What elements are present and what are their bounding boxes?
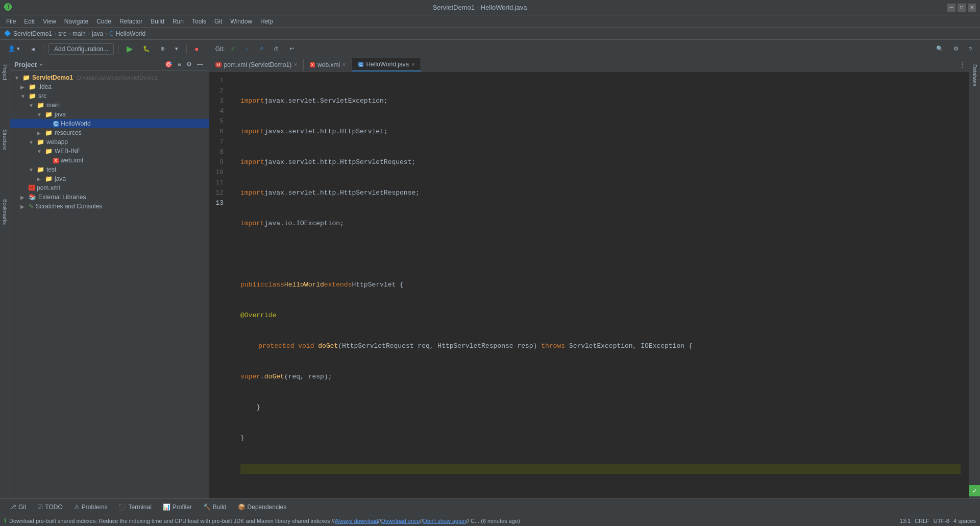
git-push-btn[interactable]: ↗ [255,42,267,56]
tree-main[interactable]: ▼ 📁 main [10,101,209,110]
menu-refactor[interactable]: Refactor [115,17,146,26]
toolbar-back-btn[interactable]: ◄ [26,42,40,56]
code-line-1: import javax.servlet.ServletException; [240,96,961,106]
ln-3: 3 [209,96,228,106]
code-line-7: public class HelloWorld extends HttpServ… [240,280,961,290]
tree-webxml[interactable]: ▶ X web.xml [10,156,209,165]
settings-btn[interactable]: ⚙ [949,42,963,56]
tree-pomxml[interactable]: ▶ 🅼 pom.xml [10,183,209,193]
title-bar: 🅙 ServletDemo1 - HelloWorld.java ─ □ ✕ [0,0,980,15]
tab-helloworld-label: HelloWorld.java [366,61,409,68]
title-bar-left: 🅙 [4,3,12,12]
tree-root[interactable]: ▼ 📁 ServletDemo1 D:\code\Java\bite\Servl… [10,73,209,82]
tree-webapp[interactable]: ▼ 📁 webapp [10,137,209,147]
run-coverage-btn[interactable]: ⊕ [156,42,169,56]
toolbar-sep-3 [186,44,187,54]
menu-tools[interactable]: Tools [188,17,210,26]
sidebar-collapse-btn[interactable]: ≡ [176,60,183,68]
run-button[interactable]: ▶ [122,42,137,56]
tab-pomxml[interactable]: M pom.xml (ServletDemo1) × [209,59,304,71]
menu-edit[interactable]: Edit [20,17,39,26]
search-everywhere-btn[interactable]: 🔍 [932,42,947,56]
structure-panel-toggle[interactable]: Structure [1,125,9,154]
bottom-tab-dependencies[interactable]: 📦 Dependencies [233,501,292,513]
bottom-tab-git[interactable]: ⎇ Git [4,501,31,513]
menu-build[interactable]: Build [146,17,168,26]
code-editor[interactable]: import javax.servlet.ServletException; i… [232,71,969,498]
notif-sep-3: // C... (6 minutes ago) [466,518,520,524]
tab-helloworld[interactable]: C HelloWorld.java × [352,58,421,71]
sidebar-locate-btn[interactable]: 🎯 [163,60,174,68]
git-rollback-btn[interactable]: ↩ [285,42,298,56]
git-history-btn[interactable]: ⏱ [270,42,283,56]
tree-scratches[interactable]: ▶ ✎ Scratches and Consoles [10,202,209,211]
menu-run[interactable]: Run [168,17,188,26]
breadcrumb-src[interactable]: src [58,30,66,37]
todo-tab-label: TODO [45,504,62,511]
terminal-tab-icon: ⬛ [118,504,126,511]
minimize-button[interactable]: ─ [947,4,955,12]
resources-folder-icon: 📁 [45,129,53,136]
project-panel-toggle[interactable]: Project [1,60,9,84]
git-update-btn[interactable]: ↑ [241,42,253,56]
check-mark: ✓ [969,485,981,496]
tree-helloworld[interactable]: ▶ C HelloWorld [10,119,209,128]
download-once-link[interactable]: Download once [381,518,420,524]
menu-file[interactable]: File [2,17,20,26]
tab-menu-button[interactable]: ⋮ [956,59,969,70]
close-button[interactable]: ✕ [968,4,976,12]
dont-show-link[interactable]: Don't show again [423,518,466,524]
bookmarks-panel-toggle[interactable]: Bookmarks [1,195,9,229]
menu-help[interactable]: Help [256,17,277,26]
breadcrumb-main[interactable]: main [72,30,86,37]
breadcrumb-project[interactable]: ServletDemo1 [13,30,52,37]
menu-navigate[interactable]: Navigate [60,17,92,26]
tab-webxml[interactable]: X web.xml × [304,59,352,71]
tab-helloworld-icon: C [358,62,364,67]
tab-pomxml-close[interactable]: × [294,62,297,67]
scratches-icon: ✎ [29,203,34,210]
sidebar-settings-btn[interactable]: ⚙ [185,60,193,68]
help-btn[interactable]: ? [965,42,976,56]
notification-icon: ℹ [4,517,6,524]
tree-idea[interactable]: ▶ 📁 .idea [10,82,209,91]
git-section: Git: ✓ ↑ ↗ ⏱ ↩ [215,42,298,56]
encoding: UTF-8 [934,518,949,524]
always-download-link[interactable]: Always download [335,518,378,524]
bottom-tab-terminal[interactable]: ⬛ Terminal [113,501,156,513]
tree-test[interactable]: ▼ 📁 test [10,165,209,174]
breadcrumb-java[interactable]: java [92,30,103,37]
menu-window[interactable]: Window [226,17,256,26]
tree-ext-libs[interactable]: ▶ 📚 External Libraries [10,193,209,202]
git-check-btn[interactable]: ✓ [227,42,239,56]
tree-src[interactable]: ▼ 📁 src [10,91,209,101]
menu-view[interactable]: View [39,17,60,26]
sidebar-dropdown-icon: ▾ [40,62,42,67]
tree-webinf[interactable]: ▼ 📁 WEB-INF [10,147,209,156]
bottom-tab-build[interactable]: 🔨 Build [198,501,232,513]
menu-code[interactable]: Code [92,17,115,26]
test-folder-icon: 📁 [37,166,44,173]
sidebar-tree: ▼ 📁 ServletDemo1 D:\code\Java\bite\Servl… [10,71,209,498]
tab-pomxml-icon: M [215,62,222,67]
debug-button[interactable]: 🐛 [139,42,154,56]
menu-git[interactable]: Git [210,17,226,26]
tab-webxml-close[interactable]: × [342,62,346,67]
tree-java-test[interactable]: ▶ 📁 java [10,174,209,183]
bottom-tab-problems[interactable]: ⚠ Problems [69,501,113,513]
sidebar-close-btn[interactable]: — [195,60,205,68]
tree-java-main[interactable]: ▼ 📁 java [10,110,209,119]
bottom-tab-todo[interactable]: ☑ TODO [32,501,67,513]
bottom-tab-profiler[interactable]: 📊 Profiler [158,501,197,513]
database-panel-toggle[interactable]: Database [971,60,978,90]
stop-button[interactable]: ■ [191,42,203,56]
tab-helloworld-close[interactable]: × [411,62,414,67]
more-run-btn[interactable]: ▾ [171,42,182,56]
breadcrumb-class[interactable]: HelloWorld [116,30,145,37]
tree-resources[interactable]: ▶ 📁 resources [10,128,209,137]
toolbar-user-btn[interactable]: 👤 ▾ [4,42,24,56]
profiler-tab-label: Profiler [173,504,192,511]
maximize-button[interactable]: □ [958,4,966,12]
ln-1: 1 [209,76,228,86]
add-configuration-button[interactable]: Add Configuration... [48,43,114,55]
